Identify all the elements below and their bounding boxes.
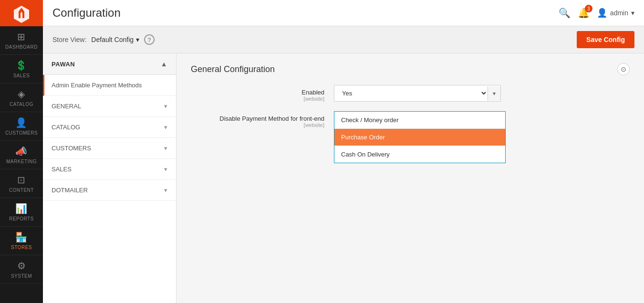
content-icon: ⊡ — [17, 174, 26, 186]
sidebar-item-stores[interactable]: 🏪 STORES — [0, 227, 43, 255]
pawan-collapse-icon: ▲ — [161, 60, 167, 68]
enabled-select-arrow-icon: ▾ — [488, 86, 500, 101]
pawan-section-header[interactable]: PAWAN ▲ — [43, 53, 176, 75]
general-chevron-icon: ▾ — [164, 103, 167, 110]
section-title: General Configuration — [191, 64, 275, 74]
page-title: Configuration — [52, 6, 121, 20]
admin-enable-payment-label: Admin Enable Payment Methods — [52, 82, 142, 89]
enabled-select-wrapper: Yes No ▾ — [334, 85, 501, 102]
section-collapse-button[interactable]: ⊙ — [617, 63, 630, 75]
admin-menu-button[interactable]: 👤 admin ▾ — [597, 8, 634, 18]
left-panel: PAWAN ▲ Admin Enable Payment Methods GEN… — [43, 53, 177, 303]
sales-chevron-icon: ▾ — [164, 166, 167, 173]
help-icon[interactable]: ? — [144, 34, 155, 45]
store-view-left: Store View: Default Config ▾ ? — [52, 34, 155, 45]
notification-badge: 3 — [585, 5, 592, 12]
left-menu-general[interactable]: GENERAL ▾ — [43, 96, 176, 117]
stores-icon: 🏪 — [15, 231, 28, 243]
store-view-value: Default Config — [91, 36, 134, 43]
sidebar-item-content[interactable]: ⊡ CONTENT — [0, 169, 43, 198]
section-header: General Configuration ⊙ — [191, 63, 630, 75]
disable-payment-label: Disable Payment Method for front-end [we… — [191, 111, 324, 128]
search-icon[interactable]: 🔍 — [559, 7, 571, 19]
enabled-control: Yes No ▾ — [334, 85, 630, 102]
payment-option-cash-delivery[interactable]: Cash On Delivery — [334, 146, 505, 163]
enabled-label: Enabled [website] — [191, 85, 324, 102]
dashboard-icon: ⊞ — [17, 31, 26, 42]
store-view-chevron-icon: ▾ — [136, 36, 139, 43]
left-menu-sales[interactable]: SALES ▾ — [43, 159, 176, 180]
payment-option-purchase-order[interactable]: Purchase Order — [334, 129, 505, 146]
admin-chevron-icon: ▾ — [631, 9, 634, 17]
sidebar-item-catalog[interactable]: ◈ CATALOG — [0, 84, 43, 112]
catalog-chevron-icon: ▾ — [164, 124, 167, 131]
payment-methods-listbox[interactable]: Check / Money order Purchase Order Cash … — [334, 111, 506, 163]
customers-chevron-icon: ▾ — [164, 145, 167, 152]
top-header: Configuration 🔍 🔔 3 👤 admin ▾ — [43, 0, 644, 26]
sidebar-item-system[interactable]: ⚙ SYSTEM — [0, 255, 43, 284]
system-icon: ⚙ — [17, 260, 26, 272]
sidebar-item-customers[interactable]: 👤 CUSTOMERS — [0, 112, 43, 141]
sidebar-item-reports[interactable]: 📊 REPORTS — [0, 198, 43, 227]
sidebar-item-sales[interactable]: 💲 SALES — [0, 55, 43, 84]
left-menu-dotmailer[interactable]: DOTMAILER ▾ — [43, 180, 176, 201]
header-actions: 🔍 🔔 3 👤 admin ▾ — [559, 7, 634, 19]
save-config-button[interactable]: Save Config — [577, 31, 634, 48]
right-panel: General Configuration ⊙ Enabled [website… — [177, 53, 644, 303]
sidebar-item-marketing[interactable]: 📣 MARKETING — [0, 141, 43, 169]
admin-avatar-icon: 👤 — [597, 8, 607, 18]
enabled-select[interactable]: Yes No — [334, 85, 488, 101]
reports-icon: 📊 — [15, 203, 28, 214]
customers-icon: 👤 — [15, 117, 28, 128]
store-view-select[interactable]: Default Config ▾ — [91, 36, 139, 43]
catalog-icon: ◈ — [18, 88, 25, 100]
sidebar-item-dashboard[interactable]: ⊞ DASHBOARD — [0, 26, 43, 55]
sales-icon: 💲 — [15, 60, 28, 71]
pawan-section-title: PAWAN — [52, 61, 75, 68]
enabled-form-row: Enabled [website] Yes No ▾ — [191, 85, 630, 102]
content-area: PAWAN ▲ Admin Enable Payment Methods GEN… — [43, 53, 644, 303]
main-area: Configuration 🔍 🔔 3 👤 admin ▾ Store View… — [43, 0, 644, 303]
disable-payment-control: Check / Money order Purchase Order Cash … — [334, 111, 630, 163]
store-view-bar: Store View: Default Config ▾ ? Save Conf… — [43, 26, 644, 53]
left-menu-catalog[interactable]: CATALOG ▾ — [43, 117, 176, 138]
payment-option-check-money[interactable]: Check / Money order — [334, 112, 505, 129]
left-menu-customers[interactable]: CUSTOMERS ▾ — [43, 138, 176, 159]
admin-label: admin — [610, 9, 628, 17]
marketing-icon: 📣 — [15, 146, 28, 157]
notifications-button[interactable]: 🔔 3 — [578, 7, 590, 19]
store-view-label: Store View: — [52, 36, 86, 43]
sidebar-logo — [0, 0, 43, 26]
admin-enable-payment-item[interactable]: Admin Enable Payment Methods — [43, 75, 176, 96]
dotmailer-chevron-icon: ▾ — [164, 187, 167, 194]
sidebar: ⊞ DASHBOARD 💲 SALES ◈ CATALOG 👤 CUSTOMER… — [0, 0, 43, 303]
disable-payment-form-row: Disable Payment Method for front-end [we… — [191, 111, 630, 163]
